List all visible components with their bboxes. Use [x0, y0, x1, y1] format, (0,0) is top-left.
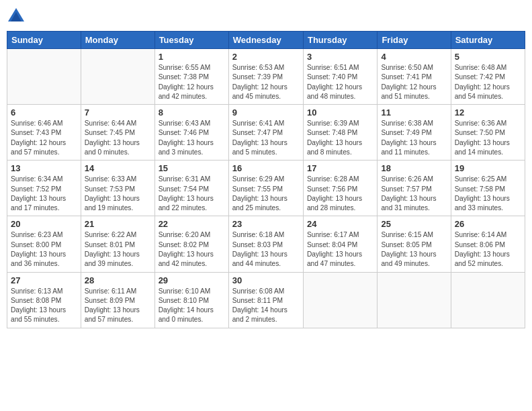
cell-info: Sunrise: 6:44 AM Sunset: 7:45 PM Dayligh… [85, 119, 151, 157]
calendar-cell: 30Sunrise: 6:08 AM Sunset: 8:11 PM Dayli… [228, 272, 303, 328]
calendar-cell: 23Sunrise: 6:18 AM Sunset: 8:03 PM Dayli… [228, 216, 303, 272]
calendar-cell: 21Sunrise: 6:22 AM Sunset: 8:01 PM Dayli… [81, 216, 154, 272]
calendar-cell [378, 272, 451, 328]
day-number: 24 [307, 219, 373, 229]
cell-info: Sunrise: 6:38 AM Sunset: 7:49 PM Dayligh… [381, 119, 447, 157]
cell-info: Sunrise: 6:41 AM Sunset: 7:47 PM Dayligh… [232, 119, 300, 157]
cell-info: Sunrise: 6:31 AM Sunset: 7:54 PM Dayligh… [159, 175, 225, 213]
cell-info: Sunrise: 6:33 AM Sunset: 7:53 PM Dayligh… [85, 175, 151, 213]
cell-info: Sunrise: 6:39 AM Sunset: 7:48 PM Dayligh… [307, 119, 373, 157]
day-number: 2 [232, 52, 300, 62]
cell-info: Sunrise: 6:51 AM Sunset: 7:40 PM Dayligh… [307, 63, 373, 101]
cell-info: Sunrise: 6:11 AM Sunset: 8:09 PM Dayligh… [85, 287, 151, 325]
calendar-week-row: 1Sunrise: 6:55 AM Sunset: 7:38 PM Daylig… [7, 49, 525, 105]
calendar-cell: 19Sunrise: 6:25 AM Sunset: 7:58 PM Dayli… [451, 161, 525, 216]
day-number: 17 [307, 163, 373, 173]
day-of-week-header: Tuesday [154, 32, 228, 49]
day-number: 8 [159, 107, 225, 118]
calendar-cell: 18Sunrise: 6:26 AM Sunset: 7:57 PM Dayli… [378, 161, 451, 216]
day-number: 13 [11, 163, 77, 173]
calendar-cell: 27Sunrise: 6:13 AM Sunset: 8:08 PM Dayli… [7, 272, 81, 328]
cell-info: Sunrise: 6:46 AM Sunset: 7:43 PM Dayligh… [11, 119, 77, 157]
cell-info: Sunrise: 6:13 AM Sunset: 8:08 PM Dayligh… [11, 287, 77, 325]
cell-info: Sunrise: 6:17 AM Sunset: 8:04 PM Dayligh… [307, 230, 373, 269]
calendar-cell: 14Sunrise: 6:33 AM Sunset: 7:53 PM Dayli… [81, 161, 154, 216]
cell-info: Sunrise: 6:28 AM Sunset: 7:56 PM Dayligh… [307, 175, 373, 213]
day-number: 7 [85, 107, 151, 118]
cell-info: Sunrise: 6:15 AM Sunset: 8:05 PM Dayligh… [381, 230, 447, 269]
cell-info: Sunrise: 6:36 AM Sunset: 7:50 PM Dayligh… [455, 119, 521, 157]
day-of-week-header: Wednesday [228, 32, 303, 49]
calendar-cell [451, 272, 525, 328]
calendar-cell: 24Sunrise: 6:17 AM Sunset: 8:04 PM Dayli… [303, 216, 377, 272]
calendar-cell: 29Sunrise: 6:10 AM Sunset: 8:10 PM Dayli… [154, 272, 228, 328]
cell-info: Sunrise: 6:14 AM Sunset: 8:06 PM Dayligh… [455, 230, 521, 269]
cell-info: Sunrise: 6:43 AM Sunset: 7:46 PM Dayligh… [159, 119, 225, 157]
cell-info: Sunrise: 6:08 AM Sunset: 8:11 PM Dayligh… [232, 287, 300, 325]
calendar-cell: 17Sunrise: 6:28 AM Sunset: 7:56 PM Dayli… [303, 161, 377, 216]
calendar-cell [81, 49, 154, 105]
calendar-header-row: SundayMondayTuesdayWednesdayThursdayFrid… [7, 32, 525, 49]
cell-info: Sunrise: 6:29 AM Sunset: 7:55 PM Dayligh… [232, 175, 300, 213]
calendar-cell: 25Sunrise: 6:15 AM Sunset: 8:05 PM Dayli… [378, 216, 451, 272]
day-number: 28 [85, 275, 151, 285]
day-number: 19 [455, 163, 521, 173]
day-number: 10 [307, 107, 373, 118]
cell-info: Sunrise: 6:55 AM Sunset: 7:38 PM Dayligh… [159, 63, 225, 101]
calendar-week-row: 27Sunrise: 6:13 AM Sunset: 8:08 PM Dayli… [7, 272, 525, 328]
cell-info: Sunrise: 6:22 AM Sunset: 8:01 PM Dayligh… [85, 230, 151, 269]
day-number: 27 [11, 275, 77, 285]
logo [7, 7, 28, 26]
day-number: 16 [232, 163, 300, 173]
cell-info: Sunrise: 6:18 AM Sunset: 8:03 PM Dayligh… [232, 230, 300, 269]
calendar-cell [303, 272, 377, 328]
cell-info: Sunrise: 6:25 AM Sunset: 7:58 PM Dayligh… [455, 175, 521, 213]
cell-info: Sunrise: 6:26 AM Sunset: 7:57 PM Dayligh… [381, 175, 447, 213]
calendar-cell: 13Sunrise: 6:34 AM Sunset: 7:52 PM Dayli… [7, 161, 81, 216]
calendar-cell: 28Sunrise: 6:11 AM Sunset: 8:09 PM Dayli… [81, 272, 154, 328]
day-number: 4 [381, 52, 447, 62]
calendar-week-row: 13Sunrise: 6:34 AM Sunset: 7:52 PM Dayli… [7, 161, 525, 216]
calendar-cell: 2Sunrise: 6:53 AM Sunset: 7:39 PM Daylig… [228, 49, 303, 105]
day-of-week-header: Thursday [303, 32, 377, 49]
calendar-cell: 7Sunrise: 6:44 AM Sunset: 7:45 PM Daylig… [81, 105, 154, 161]
cell-info: Sunrise: 6:48 AM Sunset: 7:42 PM Dayligh… [455, 63, 521, 101]
calendar-cell: 22Sunrise: 6:20 AM Sunset: 8:02 PM Dayli… [154, 216, 228, 272]
day-number: 30 [232, 275, 300, 285]
cell-info: Sunrise: 6:20 AM Sunset: 8:02 PM Dayligh… [159, 230, 225, 269]
calendar-cell: 6Sunrise: 6:46 AM Sunset: 7:43 PM Daylig… [7, 105, 81, 161]
day-of-week-header: Monday [81, 32, 154, 49]
calendar-cell: 4Sunrise: 6:50 AM Sunset: 7:41 PM Daylig… [378, 49, 451, 105]
calendar-cell: 16Sunrise: 6:29 AM Sunset: 7:55 PM Dayli… [228, 161, 303, 216]
day-number: 14 [85, 163, 151, 173]
cell-info: Sunrise: 6:53 AM Sunset: 7:39 PM Dayligh… [232, 63, 300, 101]
day-number: 22 [159, 219, 225, 229]
day-number: 9 [232, 107, 300, 118]
calendar-week-row: 20Sunrise: 6:23 AM Sunset: 8:00 PM Dayli… [7, 216, 525, 272]
calendar-cell: 8Sunrise: 6:43 AM Sunset: 7:46 PM Daylig… [154, 105, 228, 161]
day-number: 20 [11, 219, 77, 229]
day-number: 1 [159, 52, 225, 62]
calendar-cell: 9Sunrise: 6:41 AM Sunset: 7:47 PM Daylig… [228, 105, 303, 161]
calendar-cell: 15Sunrise: 6:31 AM Sunset: 7:54 PM Dayli… [154, 161, 228, 216]
calendar-table: SundayMondayTuesdayWednesdayThursdayFrid… [7, 31, 525, 328]
day-number: 29 [159, 275, 225, 285]
page-header [7, 7, 525, 26]
calendar-cell: 11Sunrise: 6:38 AM Sunset: 7:49 PM Dayli… [378, 105, 451, 161]
day-number: 3 [307, 52, 373, 62]
cell-info: Sunrise: 6:34 AM Sunset: 7:52 PM Dayligh… [11, 175, 77, 213]
calendar-cell: 3Sunrise: 6:51 AM Sunset: 7:40 PM Daylig… [303, 49, 377, 105]
day-of-week-header: Friday [378, 32, 451, 49]
day-number: 25 [381, 219, 447, 229]
day-of-week-header: Saturday [451, 32, 525, 49]
cell-info: Sunrise: 6:10 AM Sunset: 8:10 PM Dayligh… [159, 287, 225, 325]
calendar-week-row: 6Sunrise: 6:46 AM Sunset: 7:43 PM Daylig… [7, 105, 525, 161]
day-number: 5 [455, 52, 521, 62]
calendar-cell: 20Sunrise: 6:23 AM Sunset: 8:00 PM Dayli… [7, 216, 81, 272]
calendar-cell: 26Sunrise: 6:14 AM Sunset: 8:06 PM Dayli… [451, 216, 525, 272]
day-number: 23 [232, 219, 300, 229]
calendar-cell [7, 49, 81, 105]
day-of-week-header: Sunday [7, 32, 81, 49]
day-number: 26 [455, 219, 521, 229]
logo-icon [7, 7, 26, 26]
